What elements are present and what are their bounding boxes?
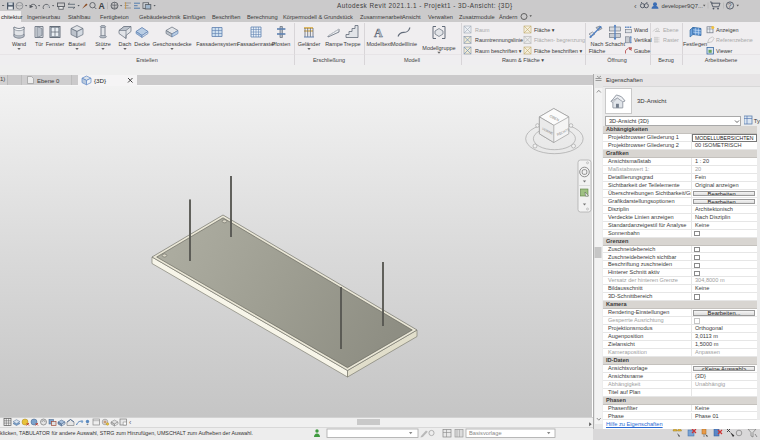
svg-text:Ansicht: Ansicht [402, 14, 421, 20]
svg-text:Gebäudetechnik: Gebäudetechnik [139, 14, 181, 20]
svg-text:Raster: Raster [663, 37, 679, 43]
svg-text:?: ? [728, 2, 732, 9]
svg-text:Flächen- begrenzung: Flächen- begrenzung [534, 37, 585, 43]
svg-text:Basisvorlage: Basisvorlage [469, 430, 502, 436]
svg-text:Zusammenarbeit: Zusammenarbeit [360, 14, 403, 20]
svg-text:Ändern: Ändern [499, 14, 517, 20]
svg-text:Verwalten: Verwalten [428, 14, 453, 20]
svg-text:{3D}: {3D} [94, 77, 106, 84]
svg-text:chitektur: chitektur [1, 14, 23, 20]
svg-text:Raum: Raum [475, 27, 490, 33]
svg-text:‹: ‹ [129, 419, 132, 426]
svg-text:Einfügen: Einfügen [183, 14, 205, 20]
svg-text:‹: ‹ [634, 2, 637, 11]
svg-text:A: A [99, 1, 105, 11]
svg-text:Fertigbeton: Fertigbeton [100, 14, 129, 20]
svg-text:Ebene: Ebene [663, 27, 679, 33]
svg-text:Ebene 0: Ebene 0 [37, 78, 60, 84]
svg-text:Viewer: Viewer [716, 48, 733, 54]
svg-text:Ingenieurbau: Ingenieurbau [27, 14, 60, 20]
svg-text:Anzeigen: Anzeigen [716, 27, 738, 33]
svg-text:Fläche beschriften ▾: Fläche beschriften ▾ [534, 48, 583, 54]
svg-text:Raum beschriften ▾: Raum beschriften ▾ [475, 48, 522, 54]
svg-text:Zusatzmodule: Zusatzmodule [459, 14, 495, 20]
svg-text:Vertikal: Vertikal [634, 37, 652, 43]
svg-text:Referenzebene: Referenzebene [716, 37, 753, 43]
svg-text:Berechnung: Berechnung [247, 14, 278, 20]
svg-text:Stahlbau: Stahlbau [68, 14, 90, 20]
svg-text:Typ: Typ [754, 118, 760, 124]
svg-text:Raumtrennungslinie: Raumtrennungslinie [475, 37, 523, 43]
svg-text:Fläche ▾: Fläche ▾ [534, 27, 555, 33]
svg-text:Wand: Wand [634, 27, 648, 33]
svg-text:Autodesk Revit 2021.1.1 - Proj: Autodesk Revit 2021.1.1 - Projekt1 - 3D-… [337, 2, 513, 10]
svg-text:Gaube: Gaube [634, 48, 650, 54]
svg-text:developer9Q7...: developer9Q7... [662, 3, 704, 9]
svg-text:Körpermodell & Grundstück: Körpermodell & Grundstück [283, 14, 353, 20]
svg-text:Beschriften: Beschriften [212, 14, 240, 20]
